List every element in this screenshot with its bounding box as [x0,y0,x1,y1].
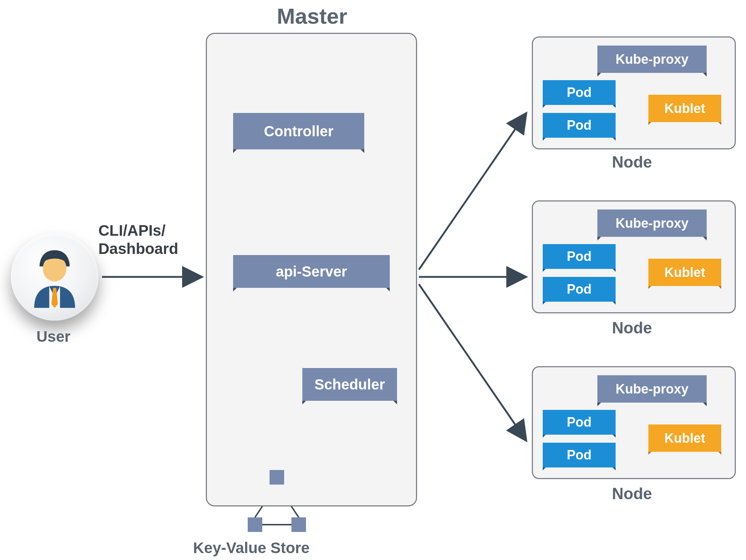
master-title: Master [277,4,347,29]
node-2-kube-proxy: Kube-proxy [597,209,707,237]
kv-store-label: Key-Value Store [193,539,310,557]
node-3-pod-1: Pod [543,410,616,435]
user-icon [11,233,98,321]
person-icon [27,246,82,308]
node-3-kube-proxy: Kube-proxy [597,375,707,403]
controller-box: Controller [233,113,364,149]
node-2-label: Node [612,319,652,337]
svg-line-9 [419,284,526,441]
cli-line2: Dashboard [98,240,178,257]
user-label: User [36,328,70,345]
kv-top-square [270,470,284,485]
scheduler-box: Scheduler [302,368,397,401]
cli-line1: CLI/APIs/ [98,222,165,239]
svg-line-8 [419,113,526,270]
node-2-pod-1: Pod [543,244,616,269]
node-3-pod-2: Pod [543,443,616,467]
node-2-pod-2: Pod [543,277,616,302]
node-1-pod-1: Pod [543,80,616,105]
kv-left-square [248,517,262,532]
node-3-kublet: Kublet [648,424,721,452]
node-1-pod-2: Pod [543,113,616,138]
node-1-kube-proxy: Kube-proxy [597,46,707,73]
api-server-box: api-Server [233,255,390,288]
diagram-canvas: Master User CLI/APIs/ Dashboard Controll… [0,0,746,560]
node-2-kublet: Kublet [648,259,721,286]
node-3-label: Node [612,485,652,503]
node-1-label: Node [612,153,652,171]
cli-api-label: CLI/APIs/ Dashboard [98,222,178,258]
kv-right-square [291,517,306,532]
node-1-kublet: Kublet [648,95,721,122]
